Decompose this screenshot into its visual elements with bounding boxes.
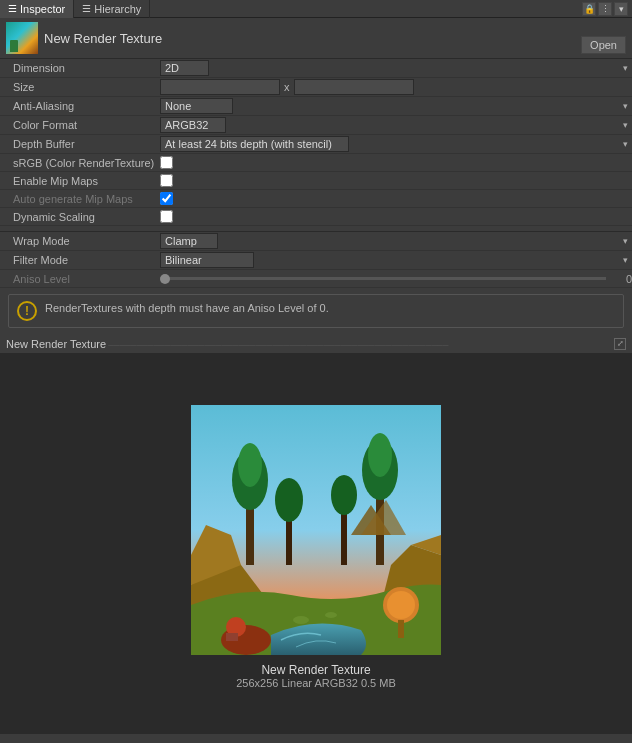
dynamic-scaling-value xyxy=(160,210,632,223)
asset-header: New Render Texture Open xyxy=(0,18,632,59)
aniso-level-number: 0 xyxy=(612,273,632,285)
auto-mip-maps-row: Auto generate Mip Maps xyxy=(0,190,632,208)
anti-aliasing-value: None2 samples4 samples xyxy=(160,98,632,114)
properties-panel: Dimension 2D3DCube Size 256 x 256 Anti-A… xyxy=(0,59,632,288)
inspector-tab-icon: ☰ xyxy=(8,3,17,14)
tab-hierarchy-label: Hierarchy xyxy=(94,3,141,15)
srgb-row: sRGB (Color RenderTexture) xyxy=(0,154,632,172)
color-format-value: ARGB32ARGB64R8 xyxy=(160,117,632,133)
size-value: 256 x 256 xyxy=(160,79,632,95)
color-format-row: Color Format ARGB32ARGB64R8 xyxy=(0,116,632,135)
preview-header: New Render Texture ⤢ xyxy=(0,334,632,354)
warning-box: ! RenderTextures with depth must have an… xyxy=(8,294,624,328)
dynamic-scaling-row: Dynamic Scaling xyxy=(0,208,632,226)
preview-maximize-button[interactable]: ⤢ xyxy=(614,338,626,350)
srgb-checkbox[interactable] xyxy=(160,156,173,169)
asset-title: New Render Texture xyxy=(44,31,575,46)
wrap-mode-select[interactable]: ClampRepeatMirror xyxy=(160,233,218,249)
depth-buffer-row: Depth Buffer No depth buffer At least 16… xyxy=(0,135,632,154)
tab-inspector-label: Inspector xyxy=(20,3,65,15)
svg-point-7 xyxy=(238,443,262,487)
filter-mode-value: Point (no filter)BilinearTrilinear xyxy=(160,252,632,268)
tab-menu-button[interactable]: ⋮ xyxy=(598,2,612,16)
aniso-level-value: 0 xyxy=(160,273,632,285)
svg-point-20 xyxy=(293,616,309,624)
preview-svg xyxy=(191,405,441,655)
size-row: Size 256 x 256 xyxy=(0,78,632,97)
preview-texture-name: New Render Texture xyxy=(236,663,396,677)
preview-panel: New Render Texture ⤢ xyxy=(0,334,632,734)
aniso-level-row: Aniso Level 0 xyxy=(0,270,632,288)
size-label: Size xyxy=(0,81,160,93)
preview-content: New Render Texture 256x256 Linear ARGB32… xyxy=(0,354,632,734)
size-height-input[interactable]: 256 xyxy=(294,79,414,95)
inspector-panel: New Render Texture Open Dimension 2D3DCu… xyxy=(0,18,632,328)
wrap-mode-row: Wrap Mode ClampRepeatMirror xyxy=(0,232,632,251)
depth-buffer-value: No depth buffer At least 16 bits depth A… xyxy=(160,136,632,152)
warning-icon: ! xyxy=(17,301,37,321)
srgb-value xyxy=(160,156,632,169)
wrap-mode-value: ClampRepeatMirror xyxy=(160,233,632,249)
anti-aliasing-row: Anti-Aliasing None2 samples4 samples xyxy=(0,97,632,116)
hierarchy-tab-icon: ☰ xyxy=(82,3,91,14)
dimension-label: Dimension xyxy=(0,62,160,74)
srgb-label: sRGB (Color RenderTexture) xyxy=(0,157,160,169)
svg-point-23 xyxy=(387,591,415,619)
svg-point-10 xyxy=(368,433,392,477)
depth-buffer-select-wrapper: No depth buffer At least 16 bits depth A… xyxy=(160,136,632,152)
dynamic-scaling-checkbox[interactable] xyxy=(160,210,173,223)
depth-buffer-label: Depth Buffer xyxy=(0,138,160,150)
dimension-value: 2D3DCube xyxy=(160,60,632,76)
filter-mode-row: Filter Mode Point (no filter)BilinearTri… xyxy=(0,251,632,270)
tab-actions: 🔒 ⋮ ▾ xyxy=(582,2,632,16)
dimension-select[interactable]: 2D3DCube xyxy=(160,60,209,76)
preview-image xyxy=(191,405,441,655)
svg-point-14 xyxy=(331,475,357,515)
aniso-level-slider[interactable] xyxy=(160,277,606,280)
wrap-mode-label: Wrap Mode xyxy=(0,235,160,247)
svg-rect-24 xyxy=(398,620,404,638)
filter-mode-select[interactable]: Point (no filter)BilinearTrilinear xyxy=(160,252,254,268)
dynamic-scaling-label: Dynamic Scaling xyxy=(0,211,160,223)
svg-rect-17 xyxy=(226,633,238,641)
tab-inspector[interactable]: ☰ Inspector xyxy=(0,0,74,18)
color-format-label: Color Format xyxy=(0,119,160,131)
enable-mip-maps-checkbox[interactable] xyxy=(160,174,173,187)
color-format-select[interactable]: ARGB32ARGB64R8 xyxy=(160,117,226,133)
size-width-input[interactable]: 256 xyxy=(160,79,280,95)
tab-lock-button[interactable]: 🔒 xyxy=(582,2,596,16)
enable-mip-maps-label: Enable Mip Maps xyxy=(0,175,160,187)
anti-aliasing-select-wrapper: None2 samples4 samples xyxy=(160,98,632,114)
auto-mip-maps-value xyxy=(160,192,632,205)
anti-aliasing-select[interactable]: None2 samples4 samples xyxy=(160,98,233,114)
size-x-separator: x xyxy=(284,81,290,93)
warning-text: RenderTextures with depth must have an A… xyxy=(45,301,329,316)
depth-buffer-select[interactable]: No depth buffer At least 16 bits depth A… xyxy=(160,136,349,152)
anti-aliasing-label: Anti-Aliasing xyxy=(0,100,160,112)
aniso-level-label: Aniso Level xyxy=(0,273,160,285)
aniso-slider-container: 0 xyxy=(160,273,632,285)
asset-icon xyxy=(6,22,38,54)
auto-mip-maps-label: Auto generate Mip Maps xyxy=(0,193,160,205)
enable-mip-maps-value xyxy=(160,174,632,187)
preview-footer: New Render Texture 256x256 Linear ARGB32… xyxy=(236,655,396,693)
tab-expand-button[interactable]: ▾ xyxy=(614,2,628,16)
preview-texture-info: 256x256 Linear ARGB32 0.5 MB xyxy=(236,677,396,689)
enable-mip-maps-row: Enable Mip Maps xyxy=(0,172,632,190)
filter-mode-select-wrapper: Point (no filter)BilinearTrilinear xyxy=(160,252,632,268)
color-format-select-wrapper: ARGB32ARGB64R8 xyxy=(160,117,632,133)
wrap-mode-select-wrapper: ClampRepeatMirror xyxy=(160,233,632,249)
open-button[interactable]: Open xyxy=(581,36,626,54)
svg-point-21 xyxy=(325,612,337,618)
tab-bar: ☰ Inspector ☰ Hierarchy 🔒 ⋮ ▾ xyxy=(0,0,632,18)
svg-point-12 xyxy=(275,478,303,522)
auto-mip-maps-checkbox[interactable] xyxy=(160,192,173,205)
tab-hierarchy[interactable]: ☰ Hierarchy xyxy=(74,0,150,18)
preview-title: New Render Texture xyxy=(6,338,614,350)
filter-mode-label: Filter Mode xyxy=(0,254,160,266)
dimension-select-wrapper: 2D3DCube xyxy=(160,60,632,76)
dimension-row: Dimension 2D3DCube xyxy=(0,59,632,78)
